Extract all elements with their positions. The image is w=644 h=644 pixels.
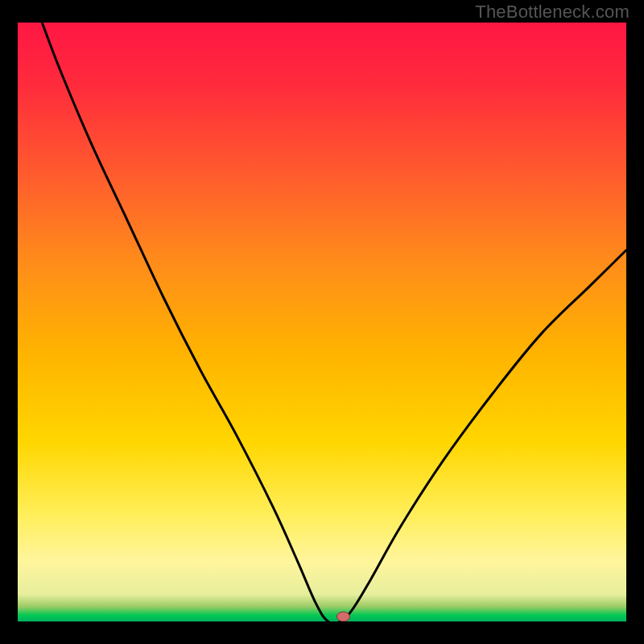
plot-frame [18, 23, 626, 621]
bottleneck-plot [18, 23, 626, 621]
optimum-marker [336, 612, 349, 621]
watermark-text: TheBottleneck.com [475, 2, 630, 23]
chart-stage: TheBottleneck.com [0, 0, 644, 644]
gradient-background [18, 23, 626, 621]
